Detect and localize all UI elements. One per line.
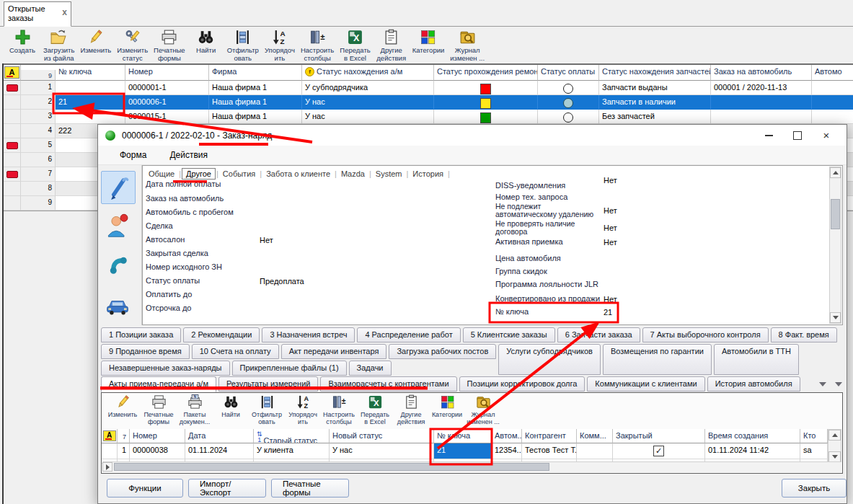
acts-cell-date[interactable]: 01.11.2024 xyxy=(185,443,254,459)
cell-location[interactable]: У нас xyxy=(302,110,434,124)
scroll-right-button[interactable] xyxy=(102,462,112,472)
tab-debt-corrections[interactable]: Позиции корректировок долга xyxy=(459,376,585,392)
scroll-down-button[interactable] xyxy=(830,312,841,323)
hscrollbar-thumb[interactable] xyxy=(114,463,549,471)
acts-cell-car[interactable]: 12354... xyxy=(492,443,522,459)
acts-col-date[interactable]: Дата xyxy=(185,429,254,443)
field-value[interactable]: Предоплата xyxy=(260,277,304,286)
tab-general[interactable]: Общие xyxy=(145,169,178,179)
tab-car-history[interactable]: История автомобиля xyxy=(707,376,800,392)
print-forms-button[interactable]: Печатные формы xyxy=(151,27,188,63)
tab-system[interactable]: System xyxy=(372,169,406,179)
fields-scrollbar[interactable] xyxy=(829,167,841,324)
tab-acceptance-acts[interactable]: Акты приема-передачи а/м xyxy=(101,376,216,392)
cell-parts[interactable]: Запчасти выданы xyxy=(599,81,711,95)
cell-car[interactable] xyxy=(812,81,853,95)
tab-attached-files[interactable]: Прикрепленные файлы (1) xyxy=(232,361,347,376)
scroll-up-button[interactable] xyxy=(828,430,841,441)
filter-button[interactable]: Отфильтр овать xyxy=(224,27,262,63)
edit-button[interactable]: Изменить xyxy=(77,27,114,56)
checkbox-checked-icon[interactable]: ✓ xyxy=(653,446,664,456)
print-forms-footer-button[interactable]: Печатные формы xyxy=(271,479,349,498)
categories-button[interactable]: Категории xyxy=(410,27,448,56)
acts-col-contractor[interactable]: Контрагент xyxy=(522,429,577,443)
scroll-down-button[interactable] xyxy=(828,451,841,462)
tab-client-orders[interactable]: 5 Клиентские заказы xyxy=(463,327,555,342)
tab-appointments[interactable]: 3 Назначения встреч xyxy=(262,327,355,342)
sidebar-item-car[interactable] xyxy=(101,289,134,321)
cell-car-order[interactable]: 000001 / 2020-11-13 xyxy=(711,81,812,95)
scroll-up-button[interactable] xyxy=(830,167,841,178)
field-value[interactable]: Нет xyxy=(604,176,617,185)
col-header-repair[interactable]: Статус прохождения ремонта xyxy=(434,65,538,81)
cell-location[interactable]: У нас xyxy=(302,95,434,110)
tab-client-care[interactable]: Забота о клиенте xyxy=(262,169,334,179)
acts-col-created[interactable]: Время создания xyxy=(705,429,800,443)
acts-col-new-status[interactable]: Новый статус xyxy=(330,429,434,443)
edit-status-button[interactable]: Изменить статус xyxy=(114,27,151,63)
acts-filter-button[interactable]: Отфильтр овать xyxy=(249,394,285,425)
columns-button[interactable]: ± Настроить столбцы xyxy=(298,27,337,63)
tab-workstation-load[interactable]: Загрузка рабочих постов xyxy=(389,344,496,359)
acts-change-log-button[interactable]: Журнал изменен ... xyxy=(465,394,501,425)
acts-cell-key-21[interactable]: 21 xyxy=(434,443,492,459)
field-value[interactable]: Нет xyxy=(604,206,617,215)
tab-order-parts[interactable]: 6 Запчасти заказа xyxy=(557,327,640,342)
sort-button[interactable]: AZ Упорядоч ить xyxy=(262,27,298,63)
menu-form[interactable]: Форма xyxy=(120,150,146,160)
find-button[interactable]: Найти xyxy=(188,27,224,56)
change-log-button[interactable]: Журнал изменен ... xyxy=(447,27,487,63)
functions-button[interactable]: Функции xyxy=(107,479,183,498)
close-button[interactable]: × xyxy=(812,125,841,146)
tabs-overflow-icon[interactable] xyxy=(819,382,826,386)
acts-other-actions-button[interactable]: Другие действия xyxy=(393,394,429,425)
tab-fact-time[interactable]: 8 Факт. время xyxy=(771,327,837,342)
sidebar-item-phone[interactable] xyxy=(101,249,134,280)
table-row[interactable]: 1 0000001-1 Наша фирма 1 У субподрядчика… xyxy=(4,81,853,95)
cell-car-order[interactable] xyxy=(711,95,812,110)
tab-tasks[interactable]: Задачи xyxy=(349,361,392,376)
tab-events[interactable]: События xyxy=(219,169,259,179)
create-button[interactable]: Создать xyxy=(4,27,40,56)
tab-sold-time[interactable]: 9 Проданное время xyxy=(101,344,190,359)
col-header-car-order[interactable]: Заказ на автомобиль xyxy=(711,65,812,81)
cell-payment[interactable] xyxy=(538,81,599,95)
col-header-firm[interactable]: Фирма xyxy=(209,65,302,81)
tab-open-orders[interactable]: Открытые заказы x xyxy=(4,1,71,27)
acts-cell-closed[interactable]: ✓ xyxy=(613,443,705,459)
acts-print-forms-button[interactable]: Печатные формы xyxy=(141,394,177,425)
cell-firm[interactable]: Наша фирма 1 xyxy=(209,95,302,110)
tab-invoices[interactable]: 10 Счета на оплату xyxy=(192,344,279,359)
field-value[interactable]: Нет xyxy=(260,236,273,244)
sidebar-item-order[interactable] xyxy=(101,171,136,204)
cell-repair[interactable] xyxy=(434,81,538,95)
tab-order-positions[interactable]: 1 Позиции заказа xyxy=(101,327,181,342)
tab-other[interactable]: Другое xyxy=(182,168,216,180)
tab-history[interactable]: История xyxy=(409,169,447,179)
cell-car[interactable] xyxy=(812,95,853,110)
cell-firm[interactable]: Наша фирма 1 xyxy=(209,110,302,124)
acts-cell-contractor[interactable]: Тестов Тест Т... xyxy=(522,443,577,459)
col-header-parts[interactable]: Статус нахождения запчастей xyxy=(599,65,711,81)
tab-cars-in-ttn[interactable]: Автомобили в ТТН xyxy=(714,344,799,375)
tab-unfinished-orders[interactable]: Незавершенные заказ-наряды xyxy=(101,361,230,376)
maximize-button[interactable] xyxy=(783,125,812,146)
cell-key[interactable] xyxy=(56,81,125,95)
tab-mutual-settlements[interactable]: Взаиморасчеты с контрагентами xyxy=(320,376,456,392)
cell-car[interactable] xyxy=(812,110,853,124)
cell-parts[interactable]: Без запчастей xyxy=(599,110,711,124)
col-header-car[interactable]: Автомо xyxy=(812,65,853,81)
menu-actions[interactable]: Действия xyxy=(169,150,208,160)
acts-col-number[interactable]: Номер xyxy=(130,429,185,443)
cell-key[interactable] xyxy=(56,110,125,124)
tab-subcontractor-services[interactable]: Услуги субподрядчиков xyxy=(498,344,601,375)
acts-table-scrollbar[interactable] xyxy=(828,429,841,463)
acts-cell-created[interactable]: 01.11.2024 11:42 xyxy=(705,443,800,459)
col-header-location[interactable]: fСтатус нахождения а/м xyxy=(302,65,434,81)
cell-location[interactable]: У субподрядчика xyxy=(302,81,434,95)
tab-inventory-act[interactable]: Акт передачи инвентаря xyxy=(281,344,387,359)
field-value[interactable]: Нет xyxy=(604,238,617,247)
tabs-overflow-icon[interactable] xyxy=(835,382,842,386)
tab-recommendations[interactable]: 2 Рекомендации xyxy=(183,327,260,342)
tab-close-icon[interactable]: x xyxy=(62,9,67,16)
